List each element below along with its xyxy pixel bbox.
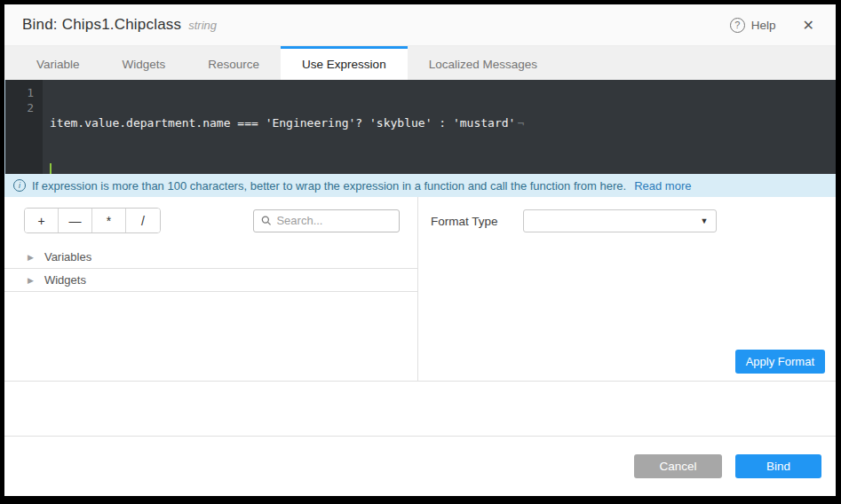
dialog-title: Bind: Chips1.Chipclass xyxy=(22,16,181,34)
apply-format-button[interactable]: Apply Format xyxy=(735,350,825,374)
search-field[interactable] xyxy=(253,209,400,232)
dialog-header: Bind: Chips1.Chipclass string ? Help ✕ xyxy=(4,4,836,46)
bound-type-label: string xyxy=(188,19,217,32)
tab-variable[interactable]: Variable xyxy=(15,46,101,80)
bind-dialog: Bind: Chips1.Chipclass string ? Help ✕ V… xyxy=(4,4,836,496)
operator-button-group: + — * / xyxy=(24,208,161,233)
multiply-operator-button[interactable]: * xyxy=(92,209,126,232)
tree-item-label: Widgets xyxy=(44,273,86,287)
format-panel: Format Type ▼ Apply Format xyxy=(418,197,836,381)
tab-widgets[interactable]: Widgets xyxy=(101,46,187,80)
tree-item-label: Variables xyxy=(44,250,91,264)
editor-code-area[interactable]: item.value.department.name === 'Engineer… xyxy=(43,80,836,174)
tab-use-expression[interactable]: Use Expression xyxy=(281,46,408,80)
dropdown-arrow-icon: ▼ xyxy=(701,217,709,225)
close-icon[interactable]: ✕ xyxy=(799,15,818,35)
read-more-link[interactable]: Read more xyxy=(634,179,691,193)
line-number: 1 xyxy=(5,85,34,100)
tab-bar: Variable Widgets Resource Use Expression… xyxy=(4,46,836,80)
info-bar: i If expression is more than 100 charact… xyxy=(4,174,836,197)
main-area: + — * / ▶ Variables ▶ xyxy=(4,197,836,382)
divide-operator-button[interactable]: / xyxy=(126,209,160,232)
help-icon: ? xyxy=(730,18,745,33)
chevron-right-icon: ▶ xyxy=(28,253,34,262)
format-type-label: Format Type xyxy=(431,215,498,228)
tree-item-variables[interactable]: ▶ Variables xyxy=(4,246,417,269)
line-number: 2 xyxy=(5,100,34,115)
tab-resource[interactable]: Resource xyxy=(186,46,281,80)
cancel-button[interactable]: Cancel xyxy=(634,454,722,478)
tab-localized-messages[interactable]: Localized Messages xyxy=(408,46,559,80)
bindings-tree: ▶ Variables ▶ Widgets xyxy=(4,246,417,292)
code-line-1: item.value.department.name === 'Engineer… xyxy=(50,115,836,130)
bind-button[interactable]: Bind xyxy=(735,454,821,478)
eol-marker: ¬ xyxy=(517,116,524,130)
tree-item-widgets[interactable]: ▶ Widgets xyxy=(4,269,417,292)
editor-line-number-gutter: 1 2 xyxy=(5,80,43,174)
info-icon: i xyxy=(13,179,26,192)
empty-section xyxy=(4,382,836,437)
help-label: Help xyxy=(751,19,776,32)
format-type-dropdown[interactable]: ▼ xyxy=(523,209,717,232)
minus-operator-button[interactable]: — xyxy=(59,209,92,232)
info-message: If expression is more than 100 character… xyxy=(32,179,626,193)
search-input[interactable] xyxy=(276,214,392,227)
chevron-right-icon: ▶ xyxy=(28,276,34,285)
expression-code-editor[interactable]: 1 2 item.value.department.name === 'Engi… xyxy=(4,80,836,174)
expression-helpers-panel: + — * / ▶ Variables ▶ xyxy=(4,197,418,381)
help-button[interactable]: ? Help xyxy=(730,18,776,33)
plus-operator-button[interactable]: + xyxy=(25,209,59,232)
dialog-footer: Cancel Bind xyxy=(4,437,836,496)
search-icon xyxy=(261,215,271,226)
